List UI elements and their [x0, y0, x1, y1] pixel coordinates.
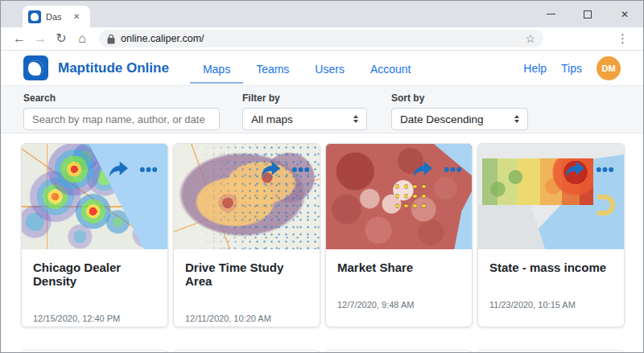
- next-row-hint: [21, 350, 625, 353]
- map-thumbnail-market-share[interactable]: [326, 144, 472, 249]
- card-menu-icon[interactable]: [139, 166, 158, 173]
- share-map-icon[interactable]: [411, 160, 435, 179]
- share-map-icon[interactable]: [259, 160, 283, 179]
- maptitude-logo-icon: [23, 55, 48, 80]
- address-bar[interactable]: online.caliper.com/ ☆: [99, 30, 543, 47]
- nav-maps[interactable]: Maps: [190, 53, 243, 84]
- tips-link[interactable]: Tips: [561, 62, 582, 75]
- home-icon[interactable]: ⌂: [72, 32, 93, 45]
- window-controls: ✕: [532, 1, 643, 27]
- card-menu-icon[interactable]: [291, 166, 310, 173]
- map-thumbnail-heatmap[interactable]: [22, 144, 167, 249]
- minimize-icon: [547, 14, 555, 14]
- brand-title: Maptitude Online: [58, 60, 169, 76]
- minimize-button[interactable]: [532, 1, 569, 27]
- sort-by-value: Date Descending: [400, 113, 508, 125]
- nav-users[interactable]: Users: [302, 53, 357, 84]
- header-right: Help Tips DM: [523, 56, 621, 80]
- browser-window: Das ✕ ✕ ← → ↻ ⌂ online.caliper.com/ ☆ ⋮ …: [0, 0, 644, 353]
- browser-menu-icon[interactable]: ⋮: [610, 31, 635, 46]
- select-updown-icon: [514, 115, 519, 123]
- map-date: 12/15/2020, 12:40 PM: [33, 314, 156, 323]
- user-avatar[interactable]: DM: [597, 56, 621, 80]
- maximize-icon: [584, 10, 592, 18]
- map-thumbnail-mass-income[interactable]: [478, 144, 624, 249]
- tab-close-icon[interactable]: ✕: [73, 12, 80, 21]
- lock-icon: [107, 34, 115, 44]
- tab-strip: Das ✕ ✕: [1, 1, 643, 27]
- close-button[interactable]: ✕: [606, 1, 643, 27]
- filter-by-select[interactable]: All maps: [242, 108, 367, 130]
- map-card[interactable]: State - mass income 11/23/2020, 10:15 AM: [477, 143, 625, 327]
- browser-toolbar: ← → ↻ ⌂ online.caliper.com/ ☆ ⋮: [1, 27, 643, 51]
- bookmark-star-icon[interactable]: ☆: [525, 32, 535, 45]
- map-date: 11/23/2020, 10:15 AM: [489, 300, 613, 310]
- map-gallery: Chicago Dealer Density 12/15/2020, 12:40…: [1, 133, 643, 353]
- card-menu-icon[interactable]: [444, 166, 462, 173]
- search-label: Search: [23, 92, 220, 104]
- forward-icon[interactable]: →: [30, 32, 51, 45]
- map-card[interactable]: Market Share 12/7/2020, 9:48 AM: [325, 143, 473, 327]
- maptitude-favicon-icon: [28, 10, 41, 23]
- map-card-partial: [325, 350, 473, 353]
- map-title[interactable]: State - mass income: [489, 261, 613, 274]
- filter-by-label: Filter by: [242, 92, 367, 104]
- main-nav: Maps Teams Users Account: [190, 51, 424, 85]
- search-input[interactable]: [23, 108, 220, 130]
- map-date: 12/11/2020, 10:20 AM: [185, 314, 308, 323]
- sort-by-select[interactable]: Date Descending: [391, 108, 528, 130]
- url-text[interactable]: online.caliper.com/: [121, 33, 525, 44]
- filter-bar: Search Filter by All maps Sort by Date D…: [1, 86, 643, 133]
- map-title[interactable]: Drive Time Study Area: [185, 261, 308, 288]
- select-updown-icon: [353, 115, 358, 123]
- map-title[interactable]: Market Share: [337, 261, 460, 274]
- neighbor-state-area: [478, 205, 545, 249]
- map-title[interactable]: Chicago Dealer Density: [33, 261, 156, 288]
- back-icon[interactable]: ←: [9, 32, 30, 45]
- map-date: 12/7/2020, 9:48 AM: [337, 300, 460, 310]
- map-card[interactable]: Chicago Dealer Density 12/15/2020, 12:40…: [21, 143, 168, 327]
- map-card[interactable]: Drive Time Study Area 12/11/2020, 10:20 …: [173, 143, 320, 327]
- sort-by-label: Sort by: [391, 92, 528, 104]
- store-points: [393, 182, 427, 212]
- browser-tab[interactable]: Das ✕: [23, 6, 90, 27]
- tab-title: Das: [46, 12, 70, 22]
- maximize-button[interactable]: [569, 1, 606, 27]
- map-card-partial: [173, 350, 320, 353]
- app-header: Maptitude Online Maps Teams Users Accoun…: [1, 51, 643, 86]
- help-link[interactable]: Help: [523, 62, 547, 75]
- card-menu-icon[interactable]: [596, 166, 614, 173]
- map-card-partial: [21, 350, 168, 353]
- share-map-icon[interactable]: [564, 160, 587, 179]
- reload-icon[interactable]: ↻: [51, 32, 72, 45]
- filter-by-value: All maps: [251, 113, 347, 125]
- card-row: Chicago Dealer Density 12/15/2020, 12:40…: [21, 143, 643, 327]
- nav-account[interactable]: Account: [357, 53, 424, 84]
- share-map-icon[interactable]: [107, 160, 130, 179]
- nav-teams[interactable]: Teams: [243, 53, 302, 84]
- map-thumbnail-drive-time[interactable]: [174, 144, 320, 249]
- map-card-partial: [477, 350, 625, 353]
